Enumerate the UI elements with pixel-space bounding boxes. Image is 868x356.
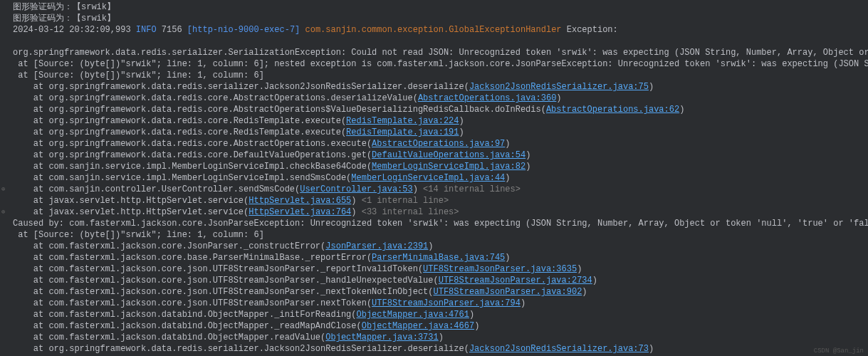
- log-line: at [Source: (byte[])"srwik"; line: 1, co…: [13, 229, 865, 241]
- source-link[interactable]: MemberLoginServiceImpl.java:82: [372, 162, 525, 172]
- watermark: CSDN @San_jin: [814, 347, 864, 355]
- log-line: [13, 36, 865, 47]
- log-line: at org.springframework.data.redis.serial…: [13, 81, 865, 93]
- folded-lines[interactable]: <1 internal line>: [362, 196, 449, 206]
- log-line: at com.sanjin.service.impl.MemberLoginSe…: [13, 172, 865, 184]
- source-link[interactable]: Jackson2JsonRedisSerializer.java:73: [469, 344, 649, 354]
- source-link[interactable]: RedisTemplate.java:224: [346, 116, 459, 126]
- folded-lines[interactable]: <33 internal lines>: [362, 207, 459, 217]
- log-line: at com.fasterxml.jackson.core.json.UTF8S…: [13, 286, 865, 298]
- source-link[interactable]: UTF8StreamJsonParser.java:902: [434, 287, 582, 297]
- log-line: at org.springframework.data.redis.serial…: [13, 343, 865, 355]
- folded-lines[interactable]: <14 internal lines>: [423, 184, 521, 194]
- log-line: at com.fasterxml.jackson.core.JsonParser…: [13, 241, 865, 252]
- log-line: at [Source: (byte[])"srwik"; line: 1, co…: [13, 70, 865, 81]
- log-line: at com.fasterxml.jackson.core.json.UTF8S…: [13, 298, 865, 309]
- source-link[interactable]: RedisTemplate.java:191: [346, 127, 459, 137]
- source-link[interactable]: UserController.java:53: [300, 184, 412, 194]
- class-name: com.sanjin.common.exception.GlobalExcept…: [305, 25, 562, 35]
- source-link[interactable]: HttpServlet.java:655: [249, 196, 351, 206]
- log-line: at [Source: (byte[])"srwik"; line: 1, co…: [13, 58, 865, 70]
- expand-icon[interactable]: ⊕: [1, 184, 5, 195]
- expand-icon[interactable]: ⊕: [1, 206, 5, 218]
- gutter: ⊕⊕: [0, 0, 9, 356]
- log-line: at com.fasterxml.jackson.databind.Object…: [13, 332, 865, 343]
- source-link[interactable]: ObjectMapper.java:3731: [325, 333, 438, 342]
- log-line: 2024-03-12 20:32:09,993 INFO 7156 [http-…: [13, 24, 865, 36]
- log-line: Caused by: com.fasterxml.jackson.core.Js…: [13, 218, 865, 229]
- log-line: 图形验证码为：【srwik】: [13, 1, 865, 13]
- thread-name: [http-nio-9000-exec-7]: [187, 25, 300, 35]
- source-link[interactable]: Jackson2JsonRedisSerializer.java:75: [469, 82, 649, 92]
- log-line: at com.fasterxml.jackson.core.json.UTF8S…: [13, 275, 865, 286]
- source-link[interactable]: AbstractOperations.java:62: [546, 105, 679, 115]
- source-link[interactable]: UTF8StreamJsonParser.java:2734: [439, 276, 592, 286]
- log-line: at org.springframework.data.redis.core.A…: [13, 93, 865, 104]
- source-link[interactable]: UTF8StreamJsonParser.java:3635: [423, 264, 577, 274]
- source-link[interactable]: JsonParser.java:2391: [325, 241, 428, 251]
- source-link[interactable]: UTF8StreamJsonParser.java:794: [372, 298, 521, 308]
- source-link[interactable]: MemberLoginServiceImpl.java:44: [351, 173, 505, 183]
- log-line: at org.springframework.data.redis.core.D…: [13, 150, 865, 161]
- source-link[interactable]: ObjectMapper.java:4667: [362, 321, 474, 331]
- source-link[interactable]: DefaultValueOperations.java:54: [372, 150, 525, 160]
- source-link[interactable]: ObjectMapper.java:4761: [356, 310, 469, 320]
- log-line: at com.sanjin.service.impl.MemberLoginSe…: [13, 161, 865, 172]
- source-link[interactable]: ParserMinimalBase.java:745: [372, 253, 505, 263]
- source-link[interactable]: AbstractOperations.java:97: [372, 139, 505, 149]
- log-line: at org.springframework.data.redis.core.A…: [13, 104, 865, 115]
- log-line: at com.sanjin.controller.UserController.…: [13, 184, 865, 195]
- source-link[interactable]: AbstractOperations.java:360: [418, 93, 556, 103]
- log-line: at org.springframework.data.redis.core.R…: [13, 127, 865, 138]
- log-line: at com.fasterxml.jackson.databind.Object…: [13, 309, 865, 320]
- log-line: at com.fasterxml.jackson.databind.Object…: [13, 320, 865, 332]
- log-line: at org.springframework.data.redis.core.A…: [13, 138, 865, 150]
- console-output[interactable]: 图形验证码为：【srwik】图形验证码为：【srwik】2024-03-12 2…: [10, 0, 868, 356]
- log-line: at com.fasterxml.jackson.core.json.UTF8S…: [13, 263, 865, 275]
- log-line: org.springframework.data.redis.serialize…: [13, 47, 865, 58]
- log-line: at com.fasterxml.jackson.core.base.Parse…: [13, 252, 865, 263]
- source-link[interactable]: HttpServlet.java:764: [249, 207, 351, 217]
- log-line: at javax.servlet.http.HttpServlet.servic…: [13, 206, 865, 218]
- log-line: 图形验证码为：【srwik】: [13, 13, 865, 24]
- log-line: at javax.servlet.http.HttpServlet.servic…: [13, 195, 865, 206]
- log-line: at org.springframework.data.redis.core.R…: [13, 115, 865, 127]
- log-level: INFO: [136, 25, 157, 35]
